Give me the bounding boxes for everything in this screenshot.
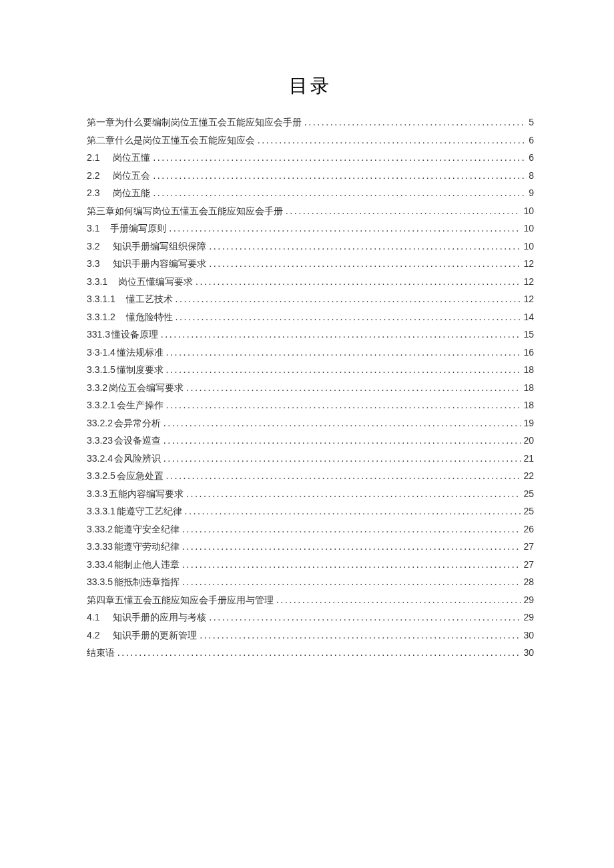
toc-entry-page: 30 — [523, 630, 534, 640]
toc-leader-dots — [164, 419, 521, 428]
toc-entry-page: 27 — [523, 560, 534, 569]
toc-entry-page: 29 — [523, 612, 534, 622]
toc-entry-text: 懂法规标准 — [117, 348, 164, 358]
toc-entry-text: 第四章五懂五会五能应知应会手册应用与管理 — [87, 596, 274, 605]
toc-entry-text: 能抵制违章指挥 — [114, 578, 180, 587]
toc-leader-dots — [166, 401, 521, 410]
toc-leader-dots — [164, 436, 521, 446]
toc-entry-page: 10 — [523, 224, 534, 233]
toc-entry-number: 3.1 — [87, 224, 99, 233]
toc-leader-dots — [153, 171, 526, 181]
toc-leader-dots — [161, 330, 521, 340]
toc-entry-page: 6 — [529, 153, 534, 162]
toc-leader-dots — [209, 260, 521, 269]
toc-entry: 3.3.1.2懂危险特性14 — [87, 312, 534, 322]
toc-entry-number: 3.2 — [87, 242, 99, 251]
toc-leader-dots — [182, 578, 521, 587]
toc-entry-text: 能遵守劳动纪律 — [114, 542, 180, 552]
toc-entry: 33.2.2会异常分析19 — [87, 418, 534, 428]
toc-entry-text: 第二章什么是岗位五懂五会五能应知应会 — [87, 136, 255, 145]
toc-entry: 3.3.3.1能遵守工艺纪律25 — [87, 506, 534, 516]
toc-leader-dots — [196, 278, 521, 287]
toc-entry-page: 5 — [529, 117, 534, 127]
toc-entry-text: 会设备巡查 — [114, 436, 161, 446]
toc-entry-page: 15 — [523, 330, 534, 339]
toc-entry: 2.2岗位五会8 — [87, 171, 534, 181]
toc-leader-dots — [169, 224, 521, 234]
toc-entry-text: 懂危险特性 — [126, 313, 173, 322]
toc-entry-page: 10 — [523, 242, 534, 251]
toc-entry-text: 会风险辨识 — [114, 454, 161, 464]
toc-entry-number: 33.3.5 — [87, 577, 113, 586]
toc-leader-dots — [153, 153, 526, 163]
toc-leader-dots — [153, 189, 526, 198]
toc-entry-page: 6 — [529, 135, 534, 145]
toc-entry-page: 16 — [523, 348, 534, 357]
toc-entry: 33.2.4会风险辨识21 — [87, 454, 534, 464]
toc-entry-page: 28 — [523, 577, 534, 586]
toc-entry-page: 22 — [523, 471, 534, 480]
toc-entry: 3.3.1岗位五懂编写要求12 — [87, 277, 534, 287]
toc-entry: 3.3.2.1会生产操作18 — [87, 400, 534, 410]
toc-leader-dots — [258, 136, 526, 145]
toc-entry-number: 4.2 — [87, 630, 99, 640]
toc-leader-dots — [166, 366, 521, 375]
toc-entry-number: 3.33.2 — [87, 524, 113, 534]
toc-entry: 2.3岗位五能9 — [87, 188, 534, 198]
toc-entry-text: 知识手册的更新管理 — [113, 631, 197, 640]
toc-leader-dots — [164, 454, 521, 464]
toc-entry: 4.2知识手册的更新管理30 — [87, 630, 534, 640]
toc-leader-dots — [304, 118, 526, 127]
toc-entry-page: 20 — [523, 436, 534, 445]
toc-leader-dots — [166, 472, 521, 481]
toc-entry-text: 能遵守工艺纪律 — [117, 507, 182, 516]
toc-entry-text: 懂制度要求 — [117, 366, 164, 375]
toc-entry: 3.3.33能遵守劳动纪律27 — [87, 542, 534, 552]
toc-leader-dots — [286, 207, 521, 216]
toc-list: 第一章为什么要编制岗位五懂五会五能应知应会手册5第二章什么是岗位五懂五会五能应知… — [87, 117, 534, 658]
toc-entry-number: 3·3·1.4 — [87, 348, 115, 357]
toc-entry: 3.3.2.5会应急处置22 — [87, 471, 534, 481]
toc-entry-number: 3.3.2.5 — [87, 471, 115, 480]
toc-entry: 3.3.3五能内容编写要求25 — [87, 489, 534, 499]
toc-entry-page: 12 — [523, 259, 534, 268]
toc-entry-number: 3.3.1.5 — [87, 365, 115, 374]
toc-entry-text: 知识手册编写组织保障 — [113, 242, 206, 252]
toc-entry: 3.3知识手册内容编写要求12 — [87, 259, 534, 269]
toc-leader-dots — [182, 525, 521, 534]
toc-entry-page: 25 — [523, 506, 534, 516]
toc-entry-number: 33.2.2 — [87, 418, 113, 428]
toc-entry-page: 21 — [523, 454, 534, 463]
toc-entry-number: 3.3.23 — [87, 436, 113, 445]
toc-entry: 4.1知识手册的应用与考核29 — [87, 612, 534, 622]
toc-entry: 3.3.1.5懂制度要求18 — [87, 365, 534, 375]
toc-leader-dots — [276, 596, 521, 605]
toc-entry: 第二章什么是岗位五懂五会五能应知应会6 — [87, 135, 534, 145]
toc-entry-page: 30 — [523, 648, 534, 657]
toc-leader-dots — [176, 295, 521, 304]
toc-entry-page: 18 — [523, 365, 534, 374]
toc-entry-text: 能遵守安全纪律 — [114, 525, 180, 534]
toc-entry-page: 29 — [523, 595, 534, 604]
toc-entry-text: 岗位五懂编写要求 — [118, 278, 193, 287]
toc-entry-page: 25 — [523, 489, 534, 498]
toc-entry-page: 26 — [523, 524, 534, 534]
toc-entry: 3.3.23会设备巡查20 — [87, 436, 534, 446]
toc-entry-page: 8 — [529, 171, 534, 180]
toc-entry-page: 12 — [523, 277, 534, 286]
toc-entry-text: 岗位五会编写要求 — [109, 384, 184, 393]
toc-entry-text: 知识手册的应用与考核 — [113, 613, 206, 622]
toc-entry-text: 知识手册内容编写要求 — [113, 260, 206, 269]
toc-entry: 3.1手册编写原则10 — [87, 224, 534, 234]
toc-entry-text: 岗位五会 — [113, 171, 150, 181]
toc-entry: 3.33.4能制止他人违章27 — [87, 560, 534, 570]
toc-entry-page: 14 — [523, 312, 534, 322]
toc-entry-text: 第三章如何编写岗位五懂五会五能应知应会手册 — [87, 207, 283, 216]
toc-entry-number: 2.2 — [87, 171, 99, 180]
toc-entry-number: 3.3 — [87, 259, 99, 268]
toc-entry-text: 会生产操作 — [117, 401, 164, 410]
toc-entry-number: 2.1 — [87, 153, 99, 162]
toc-entry-text: 五能内容编写要求 — [109, 490, 184, 499]
toc-entry: 2.1岗位五懂6 — [87, 153, 534, 163]
toc-entry-number: 3.3.1 — [87, 277, 107, 286]
